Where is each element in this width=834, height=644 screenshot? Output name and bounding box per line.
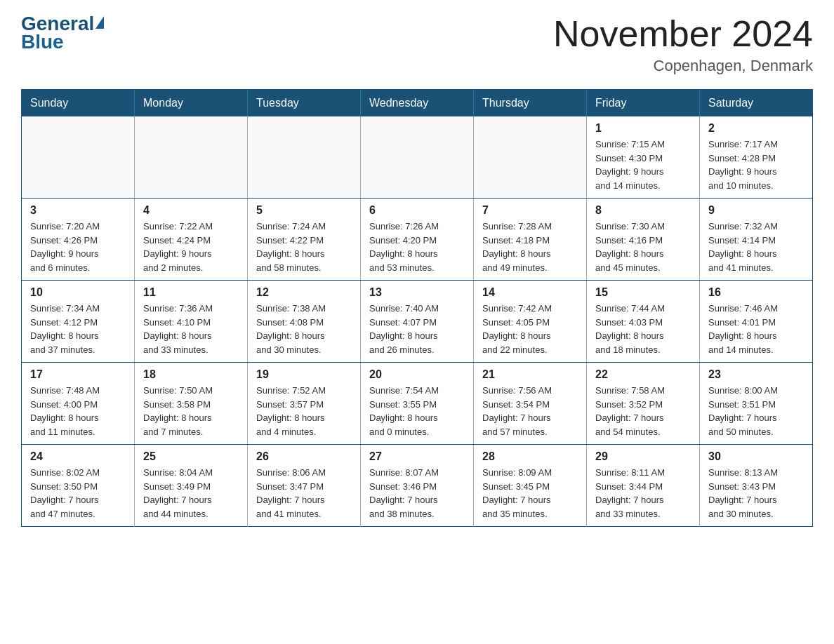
day-info: Sunrise: 8:00 AM Sunset: 3:51 PM Dayligh… bbox=[708, 384, 804, 438]
day-number: 18 bbox=[143, 368, 239, 381]
day-number: 21 bbox=[482, 368, 578, 381]
calendar-body: 1Sunrise: 7:15 AM Sunset: 4:30 PM Daylig… bbox=[22, 116, 813, 527]
day-info: Sunrise: 7:50 AM Sunset: 3:58 PM Dayligh… bbox=[143, 384, 239, 438]
day-info: Sunrise: 7:58 AM Sunset: 3:52 PM Dayligh… bbox=[595, 384, 691, 438]
day-number: 15 bbox=[595, 286, 691, 299]
calendar-cell: 13Sunrise: 7:40 AM Sunset: 4:07 PM Dayli… bbox=[361, 281, 474, 363]
calendar-cell bbox=[474, 116, 587, 199]
day-info: Sunrise: 7:54 AM Sunset: 3:55 PM Dayligh… bbox=[369, 384, 465, 438]
calendar-cell: 21Sunrise: 7:56 AM Sunset: 3:54 PM Dayli… bbox=[474, 363, 587, 445]
day-info: Sunrise: 7:46 AM Sunset: 4:01 PM Dayligh… bbox=[708, 302, 804, 356]
calendar-cell bbox=[22, 116, 135, 199]
calendar-cell: 20Sunrise: 7:54 AM Sunset: 3:55 PM Dayli… bbox=[361, 363, 474, 445]
calendar-cell: 28Sunrise: 8:09 AM Sunset: 3:45 PM Dayli… bbox=[474, 445, 587, 527]
day-info: Sunrise: 7:34 AM Sunset: 4:12 PM Dayligh… bbox=[30, 302, 126, 356]
day-number: 4 bbox=[143, 204, 239, 217]
week-row-1: 1Sunrise: 7:15 AM Sunset: 4:30 PM Daylig… bbox=[22, 116, 813, 199]
day-info: Sunrise: 7:38 AM Sunset: 4:08 PM Dayligh… bbox=[256, 302, 352, 356]
logo-triangle-icon bbox=[95, 16, 104, 29]
day-number: 14 bbox=[482, 286, 578, 299]
day-info: Sunrise: 8:09 AM Sunset: 3:45 PM Dayligh… bbox=[482, 466, 578, 521]
header-tuesday: Tuesday bbox=[248, 90, 361, 117]
day-info: Sunrise: 7:40 AM Sunset: 4:07 PM Dayligh… bbox=[369, 302, 465, 356]
calendar-cell: 16Sunrise: 7:46 AM Sunset: 4:01 PM Dayli… bbox=[700, 281, 813, 363]
day-number: 6 bbox=[369, 204, 465, 217]
day-number: 5 bbox=[256, 204, 352, 217]
day-info: Sunrise: 7:28 AM Sunset: 4:18 PM Dayligh… bbox=[482, 220, 578, 274]
title-block: November 2024 Copenhagen, Denmark bbox=[553, 14, 813, 75]
day-info: Sunrise: 8:02 AM Sunset: 3:50 PM Dayligh… bbox=[30, 466, 126, 521]
calendar-header: SundayMondayTuesdayWednesdayThursdayFrid… bbox=[22, 90, 813, 117]
calendar-cell: 29Sunrise: 8:11 AM Sunset: 3:44 PM Dayli… bbox=[587, 445, 700, 527]
day-number: 25 bbox=[143, 450, 239, 463]
day-info: Sunrise: 8:06 AM Sunset: 3:47 PM Dayligh… bbox=[256, 466, 352, 521]
calendar-table: SundayMondayTuesdayWednesdayThursdayFrid… bbox=[21, 89, 813, 527]
calendar-cell: 27Sunrise: 8:07 AM Sunset: 3:46 PM Dayli… bbox=[361, 445, 474, 527]
logo-blue-label: Blue bbox=[21, 31, 64, 53]
calendar-cell bbox=[248, 116, 361, 199]
location-title: Copenhagen, Denmark bbox=[553, 57, 813, 75]
calendar-cell: 2Sunrise: 7:17 AM Sunset: 4:28 PM Daylig… bbox=[700, 116, 813, 199]
day-number: 22 bbox=[595, 368, 691, 381]
day-number: 10 bbox=[30, 286, 126, 299]
day-number: 11 bbox=[143, 286, 239, 299]
day-info: Sunrise: 8:13 AM Sunset: 3:43 PM Dayligh… bbox=[708, 466, 804, 521]
day-info: Sunrise: 7:24 AM Sunset: 4:22 PM Dayligh… bbox=[256, 220, 352, 274]
calendar-cell: 17Sunrise: 7:48 AM Sunset: 4:00 PM Dayli… bbox=[22, 363, 135, 445]
calendar-cell: 5Sunrise: 7:24 AM Sunset: 4:22 PM Daylig… bbox=[248, 199, 361, 281]
day-info: Sunrise: 7:52 AM Sunset: 3:57 PM Dayligh… bbox=[256, 384, 352, 438]
header-thursday: Thursday bbox=[474, 90, 587, 117]
week-row-4: 17Sunrise: 7:48 AM Sunset: 4:00 PM Dayli… bbox=[22, 363, 813, 445]
week-row-2: 3Sunrise: 7:20 AM Sunset: 4:26 PM Daylig… bbox=[22, 199, 813, 281]
calendar-cell: 7Sunrise: 7:28 AM Sunset: 4:18 PM Daylig… bbox=[474, 199, 587, 281]
calendar-cell: 19Sunrise: 7:52 AM Sunset: 3:57 PM Dayli… bbox=[248, 363, 361, 445]
day-number: 12 bbox=[256, 286, 352, 299]
day-number: 9 bbox=[708, 204, 804, 217]
header-wednesday: Wednesday bbox=[361, 90, 474, 117]
day-number: 17 bbox=[30, 368, 126, 381]
day-number: 16 bbox=[708, 286, 804, 299]
day-info: Sunrise: 7:48 AM Sunset: 4:00 PM Dayligh… bbox=[30, 384, 126, 438]
day-number: 7 bbox=[482, 204, 578, 217]
calendar-cell: 11Sunrise: 7:36 AM Sunset: 4:10 PM Dayli… bbox=[135, 281, 248, 363]
header-row: SundayMondayTuesdayWednesdayThursdayFrid… bbox=[22, 90, 813, 117]
header-friday: Friday bbox=[587, 90, 700, 117]
day-info: Sunrise: 7:44 AM Sunset: 4:03 PM Dayligh… bbox=[595, 302, 691, 356]
day-number: 1 bbox=[595, 122, 691, 135]
calendar-cell: 3Sunrise: 7:20 AM Sunset: 4:26 PM Daylig… bbox=[22, 199, 135, 281]
day-info: Sunrise: 7:20 AM Sunset: 4:26 PM Dayligh… bbox=[30, 220, 126, 274]
day-number: 23 bbox=[708, 368, 804, 381]
calendar-cell bbox=[135, 116, 248, 199]
day-info: Sunrise: 7:42 AM Sunset: 4:05 PM Dayligh… bbox=[482, 302, 578, 356]
day-info: Sunrise: 7:30 AM Sunset: 4:16 PM Dayligh… bbox=[595, 220, 691, 274]
calendar-cell bbox=[361, 116, 474, 199]
header-saturday: Saturday bbox=[700, 90, 813, 117]
day-info: Sunrise: 7:22 AM Sunset: 4:24 PM Dayligh… bbox=[143, 220, 239, 274]
day-info: Sunrise: 7:56 AM Sunset: 3:54 PM Dayligh… bbox=[482, 384, 578, 438]
calendar-cell: 15Sunrise: 7:44 AM Sunset: 4:03 PM Dayli… bbox=[587, 281, 700, 363]
day-number: 8 bbox=[595, 204, 691, 217]
day-number: 27 bbox=[369, 450, 465, 463]
day-number: 19 bbox=[256, 368, 352, 381]
day-info: Sunrise: 8:07 AM Sunset: 3:46 PM Dayligh… bbox=[369, 466, 465, 521]
day-number: 28 bbox=[482, 450, 578, 463]
calendar-cell: 9Sunrise: 7:32 AM Sunset: 4:14 PM Daylig… bbox=[700, 199, 813, 281]
header-monday: Monday bbox=[135, 90, 248, 117]
day-number: 29 bbox=[595, 450, 691, 463]
calendar-cell: 4Sunrise: 7:22 AM Sunset: 4:24 PM Daylig… bbox=[135, 199, 248, 281]
day-info: Sunrise: 8:04 AM Sunset: 3:49 PM Dayligh… bbox=[143, 466, 239, 521]
day-number: 3 bbox=[30, 204, 126, 217]
calendar-cell: 25Sunrise: 8:04 AM Sunset: 3:49 PM Dayli… bbox=[135, 445, 248, 527]
calendar-cell: 24Sunrise: 8:02 AM Sunset: 3:50 PM Dayli… bbox=[22, 445, 135, 527]
day-number: 30 bbox=[708, 450, 804, 463]
day-number: 13 bbox=[369, 286, 465, 299]
day-number: 20 bbox=[369, 368, 465, 381]
calendar-cell: 14Sunrise: 7:42 AM Sunset: 4:05 PM Dayli… bbox=[474, 281, 587, 363]
calendar-cell: 12Sunrise: 7:38 AM Sunset: 4:08 PM Dayli… bbox=[248, 281, 361, 363]
header-sunday: Sunday bbox=[22, 90, 135, 117]
calendar-cell: 1Sunrise: 7:15 AM Sunset: 4:30 PM Daylig… bbox=[587, 116, 700, 199]
day-info: Sunrise: 7:15 AM Sunset: 4:30 PM Dayligh… bbox=[595, 137, 691, 192]
calendar-cell: 26Sunrise: 8:06 AM Sunset: 3:47 PM Dayli… bbox=[248, 445, 361, 527]
day-info: Sunrise: 7:32 AM Sunset: 4:14 PM Dayligh… bbox=[708, 220, 804, 274]
day-number: 26 bbox=[256, 450, 352, 463]
